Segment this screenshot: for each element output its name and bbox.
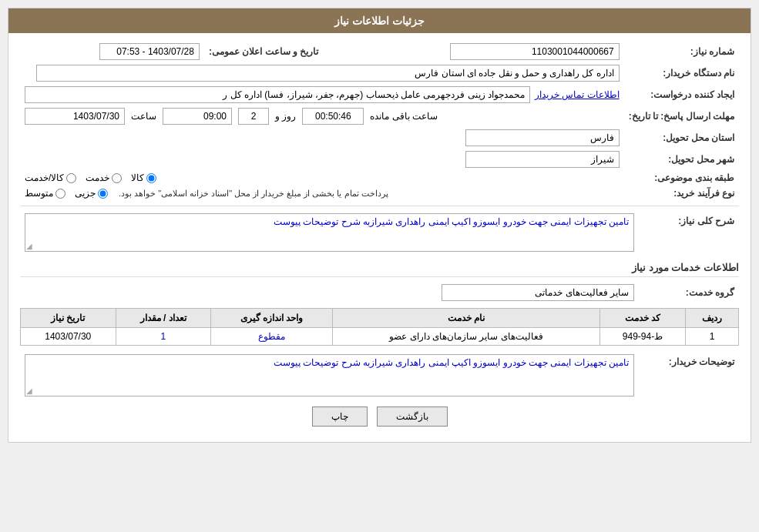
tabaqe-kala-label: کالا xyxy=(131,172,144,183)
navoe-jozi-radio[interactable] xyxy=(98,189,108,199)
ostan-value: فارس xyxy=(20,127,624,149)
mohlat-roz-box: 2 xyxy=(238,108,269,125)
sharch-value: تامین تجهیزات ایمنی جهت خودرو ایسوزو اکی… xyxy=(20,211,639,254)
ostan-box: فارس xyxy=(465,129,620,146)
table-cell-4: 1 xyxy=(116,328,210,346)
button-area: بازگشت چاپ xyxy=(20,407,739,427)
mohlat-remaining-label: ساعت باقی مانده xyxy=(370,111,438,122)
col-radif: ردیف xyxy=(686,309,739,328)
navoe-jozi-label: جزیی xyxy=(75,188,96,199)
sharch-table: شرح کلی نیاز: تامین تجهیزات ایمنی جهت خو… xyxy=(20,211,739,254)
navoe-mottaset-label: متوسط xyxy=(25,188,53,199)
nam-dastgah-value: اداره کل راهداری و حمل و نقل جاده ای است… xyxy=(20,62,624,84)
main-container: جزئیات اطلاعات نیاز شماره نیاز: 11030010… xyxy=(8,8,751,443)
tabaqe-khedmat-radio[interactable] xyxy=(112,173,122,183)
sharch-label: شرح کلی نیاز: xyxy=(639,211,739,254)
tozihat-label: توضیحات خریدار: xyxy=(639,352,739,399)
tabaqe-kala-radio[interactable] xyxy=(146,173,156,183)
col-nam: نام خدمت xyxy=(333,309,600,328)
tabaqe-khedmat-item: خدمت xyxy=(86,172,122,183)
shahr-value: شیراز xyxy=(20,149,624,170)
tozihat-table: توضیحات خریدار: تامین تجهیزات ایمنی جهت … xyxy=(20,352,739,399)
shomara-niaz-value: 1103001044000667 xyxy=(323,41,623,62)
grooh-table: گروه خدمت: سایر فعالیت‌های خدماتی xyxy=(20,282,739,303)
navoe-farayand-label: نوع فرآیند خرید: xyxy=(624,186,739,201)
sharch-box: تامین تجهیزات ایمنی جهت خودرو ایسوزو اکی… xyxy=(25,213,634,252)
tabaqe-radio-group: کالا/خدمت خدمت کالا xyxy=(25,172,620,183)
shomara-niaz-label: شماره نیاز: xyxy=(624,41,739,62)
tabaqe-kala-khedmat-label: کالا/خدمت xyxy=(25,172,64,183)
navoe-radio-group: متوسط جزیی xyxy=(25,188,108,199)
shomara-niaz-box: 1103001044000667 xyxy=(450,43,620,60)
mohlat-label: مهلت ارسال پاسخ: تا تاریخ: xyxy=(624,105,739,127)
ostan-label: استان محل تحویل: xyxy=(624,127,739,149)
mohlat-remaining-box: 00:50:46 xyxy=(302,108,364,125)
info-table: شماره نیاز: 1103001044000667 تاریخ و ساع… xyxy=(20,41,739,201)
navoe-mottaset-item: متوسط xyxy=(25,188,65,199)
tozihat-value: تامین تجهیزات ایمنی جهت خودرو ایسوزو اکی… xyxy=(20,352,639,399)
back-button[interactable]: بازگشت xyxy=(377,407,448,427)
shahr-box: شیراز xyxy=(465,151,620,168)
grooh-khedmat-label: گروه خدمت: xyxy=(639,282,739,303)
table-cell-0: 1 xyxy=(686,328,739,346)
tabaqe-label: طبقه بندی موضوعی: xyxy=(624,170,739,186)
grooh-khedmat-value: سایر فعالیت‌های خدماتی xyxy=(20,282,639,303)
ijad-konande-label: ایجاد کننده درخواست: xyxy=(624,84,739,105)
col-kod: کد خدمت xyxy=(599,309,685,328)
tabaqe-khedmat-label: خدمت xyxy=(86,172,109,183)
divider-1 xyxy=(20,206,739,206)
mohlat-row: 1403/07/30 ساعت 09:00 2 روز و 00:50:46 xyxy=(20,105,624,127)
col-tedad: تعداد / مقدار xyxy=(116,309,210,328)
grooh-khedmat-box: سایر فعالیت‌های خدماتی xyxy=(442,284,634,301)
tarikh-value: 1403/07/28 - 07:53 xyxy=(20,41,204,62)
mohlat-date-box: 1403/07/30 xyxy=(25,108,125,125)
page-title: جزئیات اطلاعات نیاز xyxy=(334,15,425,27)
table-cell-1: ط-94-949 xyxy=(599,328,685,346)
ijad-konande-box: محمدجواد زینی فردجهرمی عامل ذیحساب (جهرم… xyxy=(25,86,530,103)
col-vahed: واحد اندازه گیری xyxy=(210,309,332,328)
services-table: ردیف کد خدمت نام خدمت واحد اندازه گیری ت… xyxy=(20,308,739,346)
navoe-mottaset-radio[interactable] xyxy=(55,189,65,199)
tozihat-box: تامین تجهیزات ایمنی جهت خودرو ایسوزو اکی… xyxy=(25,354,634,396)
ettelaat-tamas-link[interactable]: اطلاعات تماس خریدار xyxy=(535,89,620,100)
tabaqe-row: کالا/خدمت خدمت کالا xyxy=(20,170,624,186)
content-area: شماره نیاز: 1103001044000667 تاریخ و ساع… xyxy=(8,33,751,442)
tabaqe-kala-item: کالا xyxy=(131,172,156,183)
khadamat-section-title: اطلاعات خدمات مورد نیاز xyxy=(20,259,739,277)
table-cell-3: مقطوع xyxy=(210,328,332,346)
nam-dastgah-label: نام دستگاه خریدار: xyxy=(624,62,739,84)
navoe-jozi-item: جزیی xyxy=(75,188,108,199)
navoe-description: پرداخت تمام یا بخشی از مبلغ خریدار از مح… xyxy=(119,189,388,199)
ijad-konande-value: محمدجواد زینی فردجهرمی عامل ذیحساب (جهرم… xyxy=(20,84,624,105)
table-cell-5: 1403/07/30 xyxy=(21,328,116,346)
table-cell-2: فعالیت‌های سایر سازمان‌های دارای عضو xyxy=(333,328,600,346)
nam-dastgah-box: اداره کل راهداری و حمل و نقل جاده ای است… xyxy=(36,65,619,82)
tarikh-box: 1403/07/28 - 07:53 xyxy=(99,43,200,60)
tozihat-expand-icon: ◢ xyxy=(26,386,32,395)
expand-icon: ◢ xyxy=(26,242,32,250)
mohlat-saat-label: ساعت xyxy=(131,111,156,122)
tabaqe-kala-khedmat-item: کالا/خدمت xyxy=(25,172,76,183)
shahr-label: شهر محل تحویل: xyxy=(624,149,739,170)
tarikh-label: تاریخ و ساعت اعلان عمومی: xyxy=(204,41,323,62)
tabaqe-kala-khedmat-radio[interactable] xyxy=(66,173,76,183)
navoe-row: متوسط جزیی پرداخت تمام یا بخشی از مبلغ خ… xyxy=(20,186,624,201)
table-row: 1ط-94-949فعالیت‌های سایر سازمان‌های دارا… xyxy=(21,328,739,346)
print-button[interactable]: چاپ xyxy=(312,407,368,427)
page-header: جزئیات اطلاعات نیاز xyxy=(8,8,751,33)
mohlat-time-box: 09:00 xyxy=(163,108,232,125)
col-tarikh: تاریخ نیاز xyxy=(21,309,116,328)
mohlat-roz-label: روز و xyxy=(275,111,296,122)
